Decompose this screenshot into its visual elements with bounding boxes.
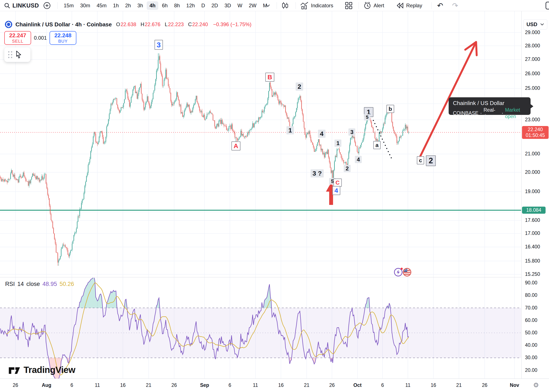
wave-label-B[interactable]: B [265,73,274,82]
chart-style-button[interactable] [281,0,289,11]
time-axis-label: 16 [120,382,126,388]
layout-grid-icon [345,2,353,9]
timeframe-30m[interactable]: 30m [78,1,93,10]
timeframe-D[interactable]: D [199,1,208,10]
rsi-axis-label: 60.00 [525,317,537,323]
rsi-axis-label: 40.00 [525,342,537,348]
wave-label-b[interactable]: b [386,105,394,113]
symbol-search-button[interactable]: LINKUSD [4,0,39,11]
tradingview-chart-window: LINKUSD 15m30m45m1h2h3h4h6h8h12hD2D3DW2W… [0,0,549,392]
redo-button[interactable]: ↷ [452,0,458,11]
pane-divider[interactable] [0,277,521,277]
undo-icon: ↶ [437,1,443,10]
rsi-source: close [26,281,40,287]
timeframe-1h[interactable]: 1h [110,1,121,10]
wave-label-4[interactable]: 4 [318,130,326,138]
dotted-projection-line[interactable] [373,120,392,160]
wave-label-4[interactable]: 4 [332,186,340,195]
event-icons[interactable] [393,266,414,278]
timeframe-15m[interactable]: 15m [61,1,77,10]
wave-label-a[interactable]: a [373,141,381,149]
wave-label-3[interactable]: 3 [349,128,355,136]
timeframe-8h[interactable]: 8h [171,1,183,10]
buy-label: BUY [50,39,76,44]
layout-save-button[interactable] [546,2,549,9]
timeframe-4h[interactable]: 4h [147,1,158,10]
plus-icon [43,2,51,9]
price-axis-label: 25.000 [525,85,540,91]
tradingview-logo-icon [8,364,21,376]
price-axis-label: 15.800 [525,258,540,264]
replay-button[interactable]: Replay [396,0,422,11]
wave-label-2[interactable]: 2 [296,83,303,91]
chart-plot-area[interactable] [0,0,549,392]
time-axis-label: Oct [353,382,362,388]
wave-label-1[interactable]: 1 [286,126,294,134]
buy-button[interactable]: 22.248 BUY [50,31,76,45]
sell-button[interactable]: 22.247 SELL [4,31,31,45]
wave-label-1[interactable]: 1 [335,140,342,147]
chevron-down-icon [265,4,270,7]
timeframe-45m[interactable]: 45m [94,1,109,10]
wave-label-2[interactable]: 2 [344,165,351,172]
wave-label-3[interactable]: 3 [155,40,163,50]
last-price-label: 22.240 01:50:45 [522,126,549,139]
candlestick-icon [281,2,289,9]
compare-add-button[interactable] [43,0,51,11]
dot-separator [481,113,481,114]
wave-label-5[interactable]: 5 [364,114,370,120]
floating-toolbar[interactable] [4,47,30,62]
rsi-ma-value: 50.26 [60,281,74,287]
lightning-event-icon[interactable] [394,268,403,276]
currency-toggle[interactable]: USD [523,19,547,30]
pair-title[interactable]: Chainlink / US Dollar · 4h · Coinbase [15,21,112,28]
indicators-button[interactable]: Indicators [300,0,333,11]
wave-label-A[interactable]: A [231,141,240,150]
timeframe-3D[interactable]: 3D [222,1,234,10]
cursor-icon[interactable] [15,51,22,59]
currency-label: USD [527,21,537,28]
time-axis[interactable]: ⚙ 26Aug611162126Sep611162126Oct611162126… [0,378,549,392]
alert-label: Alert [374,3,384,9]
layout-button[interactable] [345,0,353,11]
timeframe-2D[interactable]: 2D [209,1,221,10]
wave-label-4[interactable]: 4 [355,156,362,163]
sell-label: SELL [5,39,31,44]
us-flag-event-icon[interactable] [403,268,411,276]
timeframe-2W[interactable]: 2W [246,1,259,10]
timeframe-6h[interactable]: 6h [159,1,171,10]
time-axis-label: 11 [95,382,100,388]
dot-separator [502,113,503,114]
undo-button[interactable]: ↶ [437,0,443,11]
tooltip-exchange: COINBASE [453,110,478,116]
price-axis-label: 29.000 [525,30,540,35]
drag-handle-icon[interactable] [8,51,12,58]
top-toolbar: LINKUSD 15m30m45m1h2h3h4h6h8h12hD2D3DW2W… [0,0,549,11]
rsi-axis-label: 20.00 [525,367,537,373]
rsi-indicator-header[interactable]: RSI 14 close 48.95 50.26 [5,281,74,287]
wave-label-2[interactable]: 2 [426,155,436,166]
timeframe-3h[interactable]: 3h [135,1,146,10]
indicators-icon [300,2,309,9]
wave-label-C[interactable]: C [334,179,342,187]
ohlc-l: L22.223 [165,21,184,28]
time-axis-label: 6 [228,382,231,388]
wave-label-3?[interactable]: 3 ? [311,169,324,177]
price-axis[interactable]: USD 22.240 01:50:45 18.084 29.00028.0002… [521,11,549,378]
price-axis-label: 15.250 [525,271,540,277]
toolbar-separator [431,2,432,9]
symbol-name: LINKUSD [12,2,39,9]
timeframe-12h[interactable]: 12h [184,1,198,10]
gear-icon[interactable]: ⚙ [533,381,539,389]
alert-button[interactable]: Alert [363,0,384,11]
timeframe-2h[interactable]: 2h [122,1,134,10]
timeframe-menu-button[interactable] [265,0,270,11]
tradingview-logo[interactable]: TradingView [8,364,75,376]
spread-value: 0.001 [31,35,50,41]
timeframe-W[interactable]: W [235,1,245,10]
chevron-down-icon [540,23,544,26]
ohlc-h: H22.676 [141,21,160,28]
time-axis-label: 26 [329,382,335,388]
wave-label-c[interactable]: c [417,156,424,164]
market-status-tooltip: Chainlink / US Dollar COINBASE Real-time… [449,97,531,115]
